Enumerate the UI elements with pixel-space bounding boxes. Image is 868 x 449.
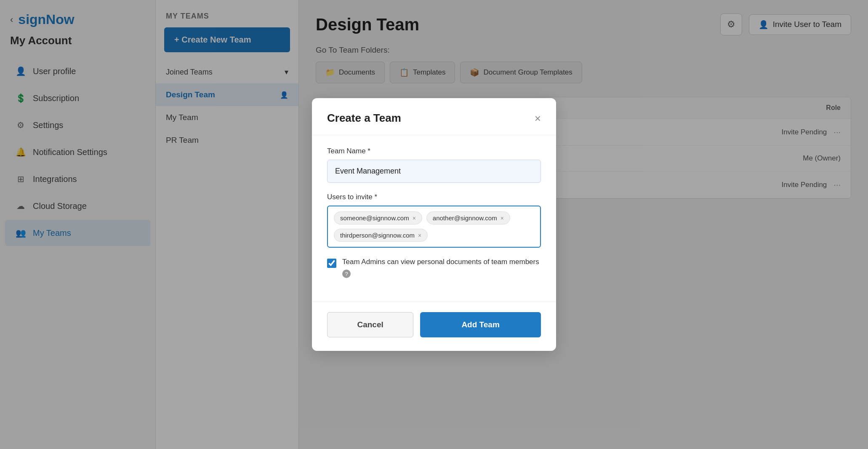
modal-overlay[interactable]: Create a Team × Team Name * Users to inv… bbox=[0, 0, 868, 449]
email-tag: someone@signnow.com× bbox=[334, 211, 422, 224]
users-to-invite-label: Users to invite * bbox=[327, 193, 541, 201]
admin-docs-label: Team Admins can view personal documents … bbox=[342, 258, 541, 278]
tag-remove-button[interactable]: × bbox=[413, 215, 416, 221]
admin-docs-text: Team Admins can view personal documents … bbox=[342, 258, 539, 266]
team-name-input[interactable] bbox=[327, 160, 541, 183]
tag-remove-button[interactable]: × bbox=[501, 215, 504, 221]
email-tag: thirdperson@signnow.com× bbox=[334, 229, 428, 242]
email-tag-text: another@signnow.com bbox=[433, 214, 497, 222]
modal-footer: Cancel Add Team bbox=[312, 302, 556, 351]
add-team-button[interactable]: Add Team bbox=[420, 312, 541, 337]
modal-header: Create a Team × bbox=[312, 98, 556, 135]
modal-title: Create a Team bbox=[327, 112, 401, 125]
modal-close-button[interactable]: × bbox=[535, 113, 541, 124]
email-tag-text: thirdperson@signnow.com bbox=[340, 232, 415, 239]
team-name-label: Team Name * bbox=[327, 147, 541, 155]
help-icon[interactable]: ? bbox=[342, 270, 351, 278]
cancel-button[interactable]: Cancel bbox=[327, 312, 413, 337]
tag-remove-button[interactable]: × bbox=[418, 233, 421, 238]
modal-body: Team Name * Users to invite * someone@si… bbox=[312, 135, 556, 302]
email-tag: another@signnow.com× bbox=[426, 211, 510, 224]
email-tag-text: someone@signnow.com bbox=[340, 214, 409, 222]
create-team-modal: Create a Team × Team Name * Users to inv… bbox=[312, 98, 556, 351]
admin-docs-checkbox-row: Team Admins can view personal documents … bbox=[327, 258, 541, 278]
users-to-invite-input[interactable]: someone@signnow.com×another@signnow.com×… bbox=[327, 206, 541, 248]
admin-docs-checkbox[interactable] bbox=[327, 259, 336, 268]
